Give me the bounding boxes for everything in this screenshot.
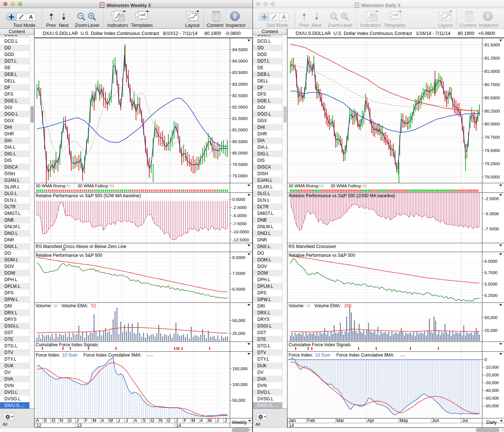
svg-text:Force Index:: Force Index: bbox=[289, 353, 313, 358]
svg-text:25,000: 25,000 bbox=[232, 331, 245, 336]
svg-text:80.5000: 80.5000 bbox=[232, 139, 248, 144]
svg-text:M: M bbox=[93, 418, 96, 423]
svg-text:30 WMA Falling:: 30 WMA Falling: bbox=[330, 183, 362, 188]
svg-text:83.0000: 83.0000 bbox=[232, 82, 248, 86]
svg-text:RS Mansfield Cross Above or Be: RS Mansfield Cross Above or Below Zero L… bbox=[36, 244, 126, 249]
svg-text:84.0000: 84.0000 bbox=[232, 59, 248, 63]
svg-text:-5.0000: -5.0000 bbox=[232, 213, 247, 218]
svg-text:Relative Performance vs S&P 50: Relative Performance vs S&P 500 (52W MA … bbox=[36, 193, 141, 198]
svg-text:50,000: 50,000 bbox=[232, 318, 245, 323]
svg-text:12: 12 bbox=[36, 423, 42, 428]
svg-text:80.0000: 80.0000 bbox=[232, 151, 248, 155]
svg-text:-2.5000: -2.5000 bbox=[485, 196, 499, 201]
svg-text:14: 14 bbox=[176, 423, 181, 428]
svg-text:79.5000: 79.5000 bbox=[232, 162, 248, 167]
svg-text:8.0000: 8.0000 bbox=[232, 255, 245, 260]
svg-text:A: A bbox=[36, 418, 39, 423]
svg-text:0: 0 bbox=[485, 357, 487, 362]
svg-text:80.0000: 80.0000 bbox=[485, 122, 500, 126]
svg-text:Relative Performance vs S&P 50: Relative Performance vs S&P 500 bbox=[36, 253, 103, 258]
svg-text:79.5000: 79.5000 bbox=[485, 148, 500, 153]
svg-text:-7.5000: -7.5000 bbox=[232, 222, 247, 226]
svg-text:-60,000: -60,000 bbox=[485, 404, 499, 408]
svg-text:81.5000: 81.5000 bbox=[232, 116, 248, 121]
svg-text:0.0000: 0.0000 bbox=[232, 197, 245, 202]
svg-text:-50,000: -50,000 bbox=[485, 396, 499, 400]
svg-text:52: 52 bbox=[91, 303, 96, 308]
svg-text:10 Sum: 10 Sum bbox=[62, 353, 77, 358]
svg-text:M: M bbox=[208, 418, 212, 423]
svg-text:O: O bbox=[52, 418, 55, 423]
svg-text:Cumulative Force Index Signals: Cumulative Force Index Signals bbox=[289, 342, 351, 347]
svg-text:5.5000: 5.5000 bbox=[485, 282, 497, 286]
svg-text:100,000: 100,000 bbox=[232, 382, 248, 387]
svg-text:J: J bbox=[217, 418, 219, 423]
svg-text:80.2500: 80.2500 bbox=[485, 109, 500, 113]
svg-text:Mar: Mar bbox=[336, 418, 344, 423]
svg-text:30 WMA Rising:: 30 WMA Rising: bbox=[289, 183, 319, 188]
svg-text:-40,000: -40,000 bbox=[485, 388, 499, 393]
svg-text:6.0000: 6.0000 bbox=[232, 287, 245, 291]
svg-text:J: J bbox=[126, 418, 128, 423]
svg-text:J: J bbox=[225, 418, 227, 423]
svg-text:Force Index Cumulative 9MA:: Force Index Cumulative 9MA: bbox=[336, 353, 394, 358]
svg-text:5.7500: 5.7500 bbox=[485, 270, 497, 275]
svg-text:30 WMA Falling:: 30 WMA Falling: bbox=[78, 183, 109, 188]
svg-text:-5.0000: -5.0000 bbox=[485, 212, 499, 216]
svg-text:80.7500: 80.7500 bbox=[485, 82, 500, 87]
svg-text:81.5000: 81.5000 bbox=[485, 43, 500, 47]
svg-text:Force Index Cumulative 9MA:: Force Index Cumulative 9MA: bbox=[83, 353, 142, 358]
svg-text:50,000: 50,000 bbox=[485, 315, 497, 320]
svg-text:Volume EMA:: Volume EMA: bbox=[314, 303, 341, 308]
svg-text:Volume:: Volume: bbox=[289, 303, 304, 308]
svg-text:F: F bbox=[85, 418, 87, 423]
svg-text:May: May bbox=[400, 418, 408, 423]
svg-text:Force Index:: Force Index: bbox=[36, 353, 60, 358]
svg-text:81.0000: 81.0000 bbox=[232, 128, 248, 132]
svg-text:13: 13 bbox=[77, 423, 82, 428]
svg-text:RS Mansfield Crossover: RS Mansfield Crossover bbox=[289, 244, 336, 249]
svg-text:-12.5000: -12.5000 bbox=[232, 238, 249, 242]
svg-text:-7.5000: -7.5000 bbox=[485, 227, 499, 231]
svg-text:S: S bbox=[44, 418, 47, 423]
svg-text:F: F bbox=[184, 418, 186, 423]
svg-text:M: M bbox=[192, 418, 195, 423]
svg-text:7.0000: 7.0000 bbox=[232, 271, 245, 276]
svg-text:Volume:: Volume: bbox=[36, 303, 51, 308]
svg-text:79.2500: 79.2500 bbox=[485, 162, 500, 166]
svg-text:80.5000: 80.5000 bbox=[485, 96, 500, 100]
svg-text:25,000: 25,000 bbox=[485, 328, 497, 333]
svg-text:Relative Performance vs S&P 50: Relative Performance vs S&P 500 (200D MA… bbox=[289, 193, 395, 198]
svg-text:-30,000: -30,000 bbox=[485, 380, 499, 385]
svg-text:82.5000: 82.5000 bbox=[232, 93, 248, 98]
svg-text:14: 14 bbox=[289, 423, 294, 428]
svg-text:10 Sum: 10 Sum bbox=[315, 353, 330, 358]
svg-text:-10.0000: -10.0000 bbox=[232, 230, 249, 234]
svg-text:Volume EMA:: Volume EMA: bbox=[61, 303, 88, 308]
svg-text:5.2500: 5.2500 bbox=[485, 293, 497, 298]
svg-text:S: S bbox=[143, 418, 146, 423]
svg-text:79.0000: 79.0000 bbox=[232, 174, 248, 178]
svg-text:50,000: 50,000 bbox=[232, 398, 245, 403]
svg-text:150,000: 150,000 bbox=[232, 367, 248, 371]
svg-text:-10,000: -10,000 bbox=[485, 365, 499, 369]
svg-text:Weekly: Weekly bbox=[232, 420, 247, 425]
svg-text:81.2500: 81.2500 bbox=[485, 56, 500, 60]
svg-text:Daily: Daily bbox=[486, 420, 497, 425]
svg-text:-20,000: -20,000 bbox=[485, 373, 499, 377]
svg-text:79.0000: 79.0000 bbox=[485, 175, 500, 179]
svg-text:Cumulative Force Index Signals: Cumulative Force Index Signals bbox=[36, 342, 98, 347]
svg-text:30 WMA Rising:: 30 WMA Rising: bbox=[36, 183, 66, 188]
svg-text:6.0000: 6.0000 bbox=[485, 259, 497, 263]
svg-text:81.0000: 81.0000 bbox=[485, 69, 500, 74]
svg-text:82.0000: 82.0000 bbox=[232, 105, 248, 109]
svg-text:-2.5000: -2.5000 bbox=[232, 205, 247, 210]
svg-text:83.5000: 83.5000 bbox=[232, 70, 248, 75]
svg-text:200: 200 bbox=[344, 303, 351, 308]
svg-text:84.5000: 84.5000 bbox=[232, 47, 248, 52]
svg-text:79.7500: 79.7500 bbox=[485, 135, 500, 139]
svg-text:A: A bbox=[134, 418, 137, 423]
